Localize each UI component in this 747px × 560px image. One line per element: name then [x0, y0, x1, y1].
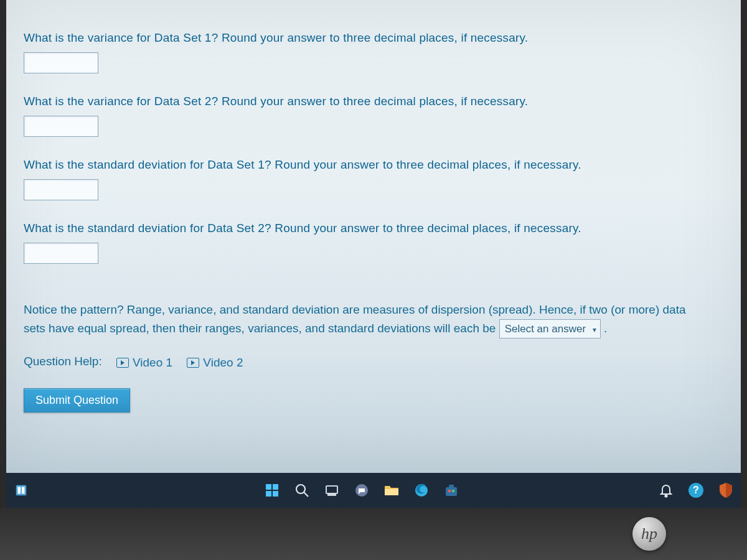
play-icon [187, 358, 199, 368]
question-3-prompt: What is the standard deviation for Data … [24, 158, 723, 172]
svg-rect-15 [449, 485, 454, 487]
video-1-label: Video 1 [133, 356, 172, 370]
laptop-screen: What is the variance for Data Set 1? Rou… [0, 0, 747, 560]
svg-rect-10 [328, 494, 336, 495]
svg-rect-14 [446, 487, 457, 496]
svg-rect-16 [448, 490, 451, 492]
svg-rect-4 [273, 484, 278, 490]
svg-rect-3 [266, 484, 271, 490]
question-4-prompt: What is the standard deviation for Data … [24, 222, 723, 235]
svg-rect-9 [326, 486, 337, 493]
svg-point-18 [665, 495, 667, 497]
svg-rect-0 [16, 485, 27, 496]
quiz-content-area: What is the variance for Data Set 1? Rou… [6, 0, 741, 473]
pinned-app-icon[interactable] [12, 482, 30, 499]
svg-rect-1 [18, 487, 21, 494]
play-icon [116, 358, 129, 368]
svg-rect-12 [385, 489, 398, 495]
video-2-label: Video 2 [203, 356, 243, 370]
laptop-bezel: hp [0, 508, 747, 560]
notification-bell-icon[interactable] [657, 482, 675, 499]
question-1-input[interactable] [24, 52, 98, 73]
task-view-icon[interactable] [323, 482, 341, 499]
file-explorer-icon[interactable] [383, 482, 400, 499]
store-icon[interactable] [443, 482, 460, 499]
video-2-link[interactable]: Video 2 [187, 356, 243, 370]
svg-point-7 [296, 485, 305, 493]
question-help-row: Question Help: Video 1 Video 2 [24, 355, 723, 370]
question-1-prompt: What is the variance for Data Set 1? Rou… [24, 31, 723, 45]
hp-logo: hp [632, 517, 666, 551]
svg-rect-6 [273, 491, 278, 497]
question-2-input[interactable] [24, 116, 98, 137]
select-placeholder-text: Select an answer [505, 323, 586, 335]
svg-rect-5 [266, 491, 271, 497]
question-3-input[interactable] [24, 179, 98, 200]
chevron-down-icon: ▾ [593, 324, 596, 335]
edge-browser-icon[interactable] [413, 482, 430, 499]
svg-text:?: ? [693, 485, 699, 495]
submit-question-button[interactable]: Submit Question [24, 388, 130, 413]
search-icon[interactable] [293, 482, 311, 499]
question-help-label: Question Help: [24, 355, 102, 368]
windows-taskbar: ? [6, 473, 741, 508]
svg-rect-17 [452, 490, 454, 492]
svg-rect-2 [22, 487, 25, 494]
hp-logo-text: hp [641, 525, 657, 543]
security-shield-icon[interactable] [717, 482, 735, 499]
question-2-prompt: What is the variance for Data Set 2? Rou… [24, 95, 723, 108]
start-icon[interactable] [263, 482, 281, 499]
question-4-input[interactable] [24, 243, 98, 264]
pattern-answer-select[interactable]: Select an answer ▾ [499, 319, 601, 339]
chat-icon[interactable] [353, 482, 370, 499]
explanation-text-2: . [604, 321, 607, 334]
svg-line-8 [304, 492, 308, 497]
video-1-link[interactable]: Video 1 [116, 356, 172, 370]
explanation-paragraph: Notice the pattern? Range, variance, and… [24, 301, 708, 338]
help-icon[interactable]: ? [687, 482, 705, 499]
